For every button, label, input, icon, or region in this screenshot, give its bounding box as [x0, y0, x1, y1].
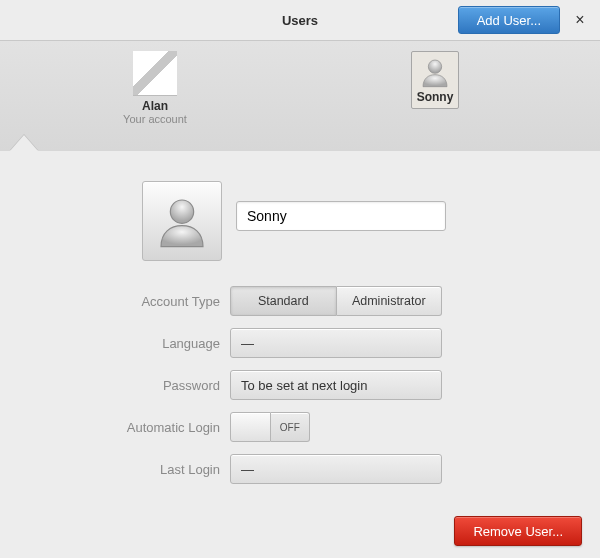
user-tab-alan[interactable]: Alan Your account	[110, 51, 200, 125]
label-auto-login: Automatic Login	[80, 420, 230, 435]
account-type-segmented: Standard Administrator	[230, 286, 442, 316]
label-language: Language	[80, 336, 230, 351]
switch-state-label: OFF	[271, 412, 311, 442]
account-type-standard[interactable]: Standard	[230, 286, 337, 316]
user-tab-sonny[interactable]: Sonny	[390, 51, 480, 113]
identity-row	[80, 181, 520, 261]
language-select[interactable]: —	[230, 328, 442, 358]
avatar-icon	[133, 51, 177, 95]
row-password: Password To be set at next login	[80, 369, 520, 401]
language-value: —	[241, 336, 254, 351]
last-login-value: —	[241, 462, 254, 477]
switch-knob	[230, 412, 271, 442]
auto-login-switch[interactable]: OFF	[230, 412, 310, 442]
footer-bar: Remove User...	[0, 504, 600, 558]
avatar-icon: Sonny	[411, 51, 459, 109]
account-type-administrator[interactable]: Administrator	[337, 286, 443, 316]
remove-user-button[interactable]: Remove User...	[454, 516, 582, 546]
row-auto-login: Automatic Login OFF	[80, 411, 520, 443]
row-language: Language —	[80, 327, 520, 359]
row-last-login: Last Login —	[80, 453, 520, 485]
password-button[interactable]: To be set at next login	[230, 370, 442, 400]
user-detail-panel: Account Type Standard Administrator Lang…	[0, 151, 600, 558]
selection-pointer	[10, 135, 38, 151]
full-name-input[interactable]	[236, 201, 446, 231]
last-login-button[interactable]: —	[230, 454, 442, 484]
header-bar: Users Add User... ×	[0, 0, 600, 41]
close-button[interactable]: ×	[566, 6, 594, 34]
close-icon: ×	[575, 11, 584, 28]
header-actions: Add User... ×	[458, 0, 600, 40]
row-account-type: Account Type Standard Administrator	[80, 285, 520, 317]
users-settings-window: Users Add User... × Alan Your account	[0, 0, 600, 558]
add-user-button[interactable]: Add User...	[458, 6, 560, 34]
svg-point-0	[428, 60, 441, 73]
svg-point-1	[170, 200, 193, 223]
label-password: Password	[80, 378, 230, 393]
person-icon	[418, 56, 452, 88]
user-name-label: Sonny	[417, 90, 454, 104]
label-last-login: Last Login	[80, 462, 230, 477]
person-icon	[154, 193, 210, 249]
password-value: To be set at next login	[241, 378, 367, 393]
label-account-type: Account Type	[80, 294, 230, 309]
avatar-picker[interactable]	[142, 181, 222, 261]
user-subtitle: Your account	[110, 113, 200, 125]
user-selector-strip: Alan Your account Sonny	[0, 41, 600, 162]
auto-login-control: OFF	[230, 412, 442, 442]
full-name-field-wrap	[236, 201, 446, 231]
user-name-label: Alan	[110, 99, 200, 113]
